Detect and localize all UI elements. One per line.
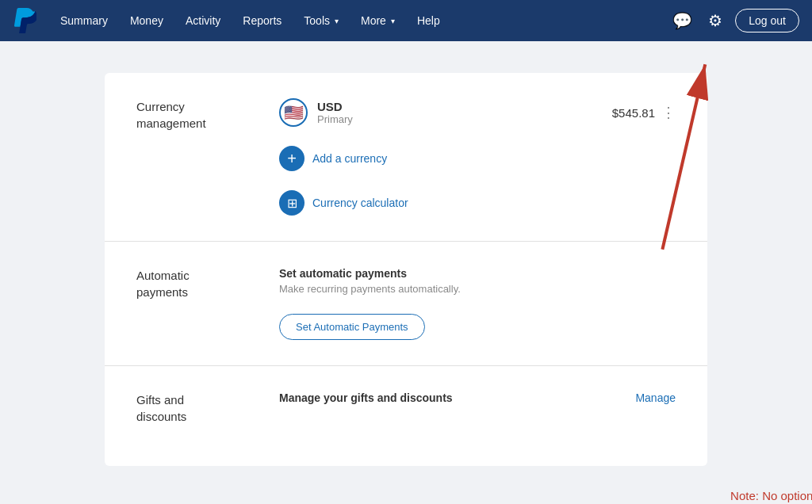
gear-icon: ⚙ <box>708 11 722 30</box>
currency-more-icon[interactable]: ⋮ <box>661 104 676 121</box>
main-content: Currency management 🇺🇸 USD Primary <box>105 73 707 466</box>
currency-management-body: 🇺🇸 USD Primary $545.81 ⋮ + <box>279 98 676 216</box>
gifts-title: Manage your gifts and discounts <box>279 391 453 404</box>
currency-code: USD <box>317 100 353 113</box>
nav-reports[interactable]: Reports <box>233 10 291 32</box>
settings-icon-button[interactable]: ⚙ <box>705 8 726 33</box>
content-area: Currency management 🇺🇸 USD Primary <box>0 41 812 504</box>
navbar: Summary Money Activity Reports Tools ▾ M… <box>0 0 812 41</box>
nav-money[interactable]: Money <box>121 10 173 32</box>
gifts-discounts-body: Manage your gifts and discounts Manage <box>279 391 676 425</box>
add-currency-link[interactable]: + Add a currency <box>279 146 676 171</box>
nav-activity[interactable]: Activity <box>176 10 230 32</box>
currency-info: 🇺🇸 USD Primary <box>279 98 353 127</box>
automatic-payments-body: Set automatic payments Make recurring pa… <box>279 267 676 340</box>
gifts-row: Manage your gifts and discounts Manage <box>279 391 676 404</box>
note-annotation: Note: No option to setup recurring trans… <box>707 487 812 504</box>
message-icon: 💬 <box>672 11 692 30</box>
paypal-logo <box>13 8 38 33</box>
nav-help[interactable]: Help <box>408 10 450 32</box>
currency-calculator-link[interactable]: ⊞ Currency calculator <box>279 190 676 216</box>
automatic-payments-section: Automatic payments Set automatic payment… <box>105 242 707 366</box>
more-chevron-icon: ▾ <box>391 17 395 25</box>
message-icon-button[interactable]: 💬 <box>669 8 695 33</box>
currency-management-section: Currency management 🇺🇸 USD Primary <box>105 73 707 242</box>
page: Summary Money Activity Reports Tools ▾ M… <box>0 0 812 504</box>
add-currency-label: Add a currency <box>312 152 387 165</box>
add-currency-icon: + <box>279 146 304 171</box>
currency-amount: $545.81 ⋮ <box>612 104 676 121</box>
nav-summary[interactable]: Summary <box>51 10 117 32</box>
gifts-discounts-label: Gifts and discounts <box>136 391 279 425</box>
currency-type: Primary <box>317 113 353 125</box>
calculator-icon: ⊞ <box>279 190 304 216</box>
nav-right: 💬 ⚙ Log out <box>669 8 799 33</box>
nav-tools[interactable]: Tools ▾ <box>294 10 348 32</box>
currency-row: 🇺🇸 USD Primary $545.81 ⋮ <box>279 98 676 127</box>
logout-button[interactable]: Log out <box>735 9 799 32</box>
gifts-discounts-section: Gifts and discounts Manage your gifts an… <box>105 366 707 450</box>
currency-details: USD Primary <box>317 100 353 125</box>
automatic-payments-label: Automatic payments <box>136 267 279 340</box>
calculator-label: Currency calculator <box>312 197 408 209</box>
set-automatic-payments-button[interactable]: Set Automatic Payments <box>279 314 425 340</box>
currency-management-label: Currency management <box>136 98 279 216</box>
nav-more[interactable]: More ▾ <box>351 10 404 32</box>
auto-payments-title: Set automatic payments <box>279 267 676 280</box>
manage-gifts-link[interactable]: Manage <box>635 391 676 404</box>
usd-flag-icon: 🇺🇸 <box>279 98 308 127</box>
tools-chevron-icon: ▾ <box>335 17 339 25</box>
auto-payments-description: Make recurring payments automatically. <box>279 283 676 295</box>
